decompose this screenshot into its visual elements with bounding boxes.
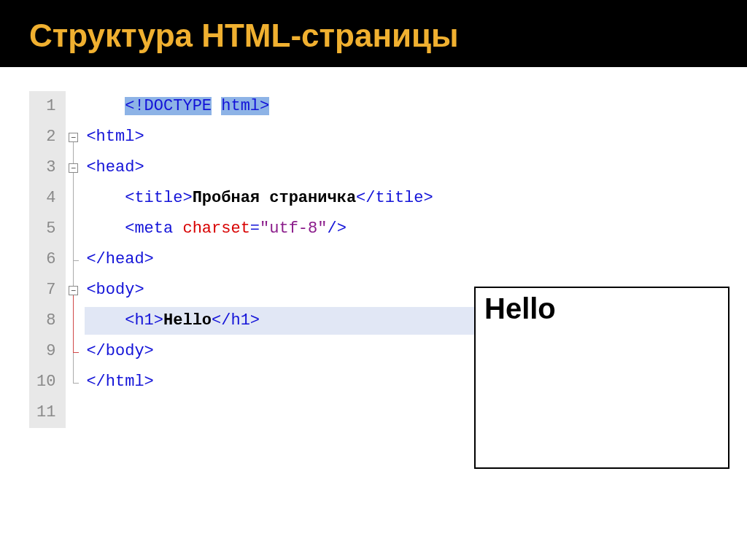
slide-title: Структура HTML-страницы [29, 18, 718, 54]
line-number: 1 [36, 91, 55, 122]
browser-preview: Hello [474, 287, 729, 469]
slide-header: Структура HTML-страницы [0, 0, 747, 69]
line-number: 7 [36, 275, 55, 306]
line-number: 4 [36, 183, 55, 214]
line-number-gutter: 1 2 3 4 5 6 7 8 9 10 11 [29, 91, 66, 428]
line-number: 10 [36, 367, 55, 397]
code-line: <!DOCTYPE html> [85, 91, 554, 122]
fold-guide [73, 295, 74, 352]
code-line: </head> [85, 244, 554, 275]
line-number: 8 [36, 306, 55, 336]
code-line: <head> [85, 152, 554, 183]
line-number: 9 [36, 336, 55, 367]
fold-toggle-icon[interactable]: − [69, 133, 78, 142]
slide-content: 1 2 3 4 5 6 7 8 9 10 11 − − − <!DOCTYPE … [0, 69, 747, 450]
code-line: <title>Пробная страничка</title> [85, 183, 554, 214]
fold-toggle-icon[interactable]: − [69, 163, 78, 173]
fold-column: − − − [66, 91, 85, 428]
code-line: <meta charset="utf-8"/> [85, 214, 554, 244]
line-number: 5 [36, 214, 55, 244]
fold-guide-end [73, 383, 79, 384]
fold-guide-end [73, 260, 79, 261]
line-number: 11 [36, 397, 55, 428]
fold-guide-end [73, 352, 79, 353]
fold-toggle-icon[interactable]: − [69, 286, 78, 295]
preview-heading: Hello [484, 292, 719, 325]
line-number: 2 [36, 122, 55, 152]
code-line: <html> [85, 122, 554, 152]
line-number: 3 [36, 152, 55, 183]
line-number: 6 [36, 244, 55, 275]
